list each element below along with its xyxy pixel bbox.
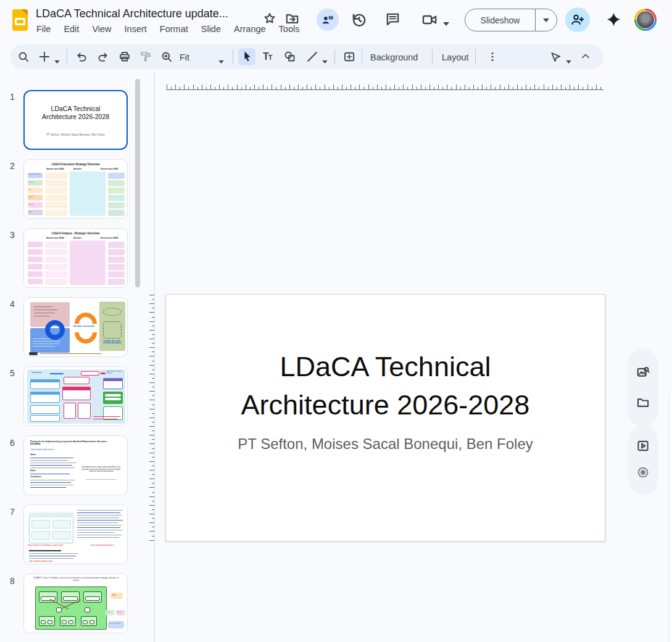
slide-title-text[interactable]: LDaCA Technical Architecture 2026-2028 — [166, 348, 605, 424]
slides-logo-icon[interactable] — [12, 9, 28, 31]
thumb3-col3: Desired state (2028) — [101, 237, 118, 239]
thumb2-col2: Activities — [73, 168, 81, 170]
logo-fold — [22, 9, 28, 15]
thumb6-contributors: Contributors — [30, 475, 41, 478]
slide-thumbnail-2[interactable]: LDaCA Execution Strategy Overview Starti… — [23, 159, 128, 219]
slide-thumbnail-5[interactable]: Preparation Archiving, Storage & Reuse — [23, 366, 128, 426]
meet-presence-button[interactable] — [317, 9, 339, 31]
comment-icon[interactable] — [385, 12, 400, 27]
slide-number: 3 — [10, 230, 20, 240]
thumb3-title: LDaCA Analyse - Strategic Overview — [24, 232, 127, 236]
thumb2-pill: guide — [28, 210, 43, 215]
print-icon[interactable] — [118, 51, 131, 63]
menu-slide[interactable]: Slide — [201, 24, 221, 34]
thumb1-subtitle: PT Sefton, Moises Sacal Bonequi, Ben Fol… — [25, 133, 127, 136]
slideshow-split-button: Slideshow — [465, 9, 557, 31]
slide-thumbnail-3[interactable]: LDaCA Analyse - Strategic Overview Start… — [23, 228, 128, 288]
document-title[interactable]: LDaCA Technical Architecture update... — [36, 7, 228, 20]
thumb6-editor: Editor — [30, 469, 36, 472]
line-tool-icon[interactable] — [306, 51, 318, 63]
undo-icon[interactable] — [75, 51, 88, 63]
meet-person-icon — [321, 14, 334, 26]
record-icon[interactable] — [636, 466, 650, 482]
menu-edit[interactable]: Edit — [64, 24, 79, 34]
slide-title-line1: LDaCA Technical — [166, 348, 605, 386]
filmstrip-scrollbar[interactable] — [135, 79, 140, 287]
slide-thumbnail-6[interactable]: Protocols for Implementing Long-term Arc… — [23, 435, 128, 495]
new-slide-icon[interactable] — [38, 51, 51, 63]
new-slide-dropdown-icon[interactable] — [54, 55, 60, 66]
line-dropdown-icon[interactable] — [322, 55, 328, 66]
thumb6-quote: A comprehensive, open and sustainable se… — [81, 466, 122, 472]
slide-thumbnail-4[interactable]: Reusable, interoperable Findable, Access… — [23, 297, 128, 357]
thumb6-title: Protocols for Implementing Long-term Arc… — [30, 440, 110, 445]
menu-arrange[interactable]: Arrange — [234, 24, 266, 34]
toolbar-divider — [233, 49, 233, 64]
thumb4-bottom-label: Findable, Accessible, Reusable data obje… — [101, 340, 124, 344]
thumb7-url2: https://w3id.org/ldac/pilars — [91, 544, 114, 546]
side-panel-top — [628, 348, 658, 427]
vertical-ruler — [149, 295, 154, 542]
menu-format[interactable]: Format — [160, 24, 188, 34]
slide-number: 2 — [10, 161, 20, 171]
menu-tools[interactable]: Tools — [279, 24, 300, 34]
background-button[interactable]: Background — [370, 52, 418, 62]
slide-subtitle-text[interactable]: PT Sefton, Moises Sacal Bonequi, Ben Fol… — [166, 435, 605, 453]
menu-insert[interactable]: Insert — [125, 24, 147, 34]
slide-number: 7 — [10, 507, 20, 517]
paint-format-icon[interactable] — [139, 51, 152, 63]
avatar-photo — [636, 10, 655, 29]
slide-title-line2: Architecture 2026-2028 — [166, 386, 605, 424]
thumb3-col1: Starting state (2024) — [46, 237, 64, 239]
thumb6-link: <http://w3id.org/ldac/pilars> — [30, 448, 55, 451]
logo-frame — [15, 18, 25, 25]
thumb1-title-line2: Architecture 2026-2028 — [25, 113, 127, 121]
slideshow-dropdown[interactable] — [536, 9, 557, 31]
slideshow-button[interactable]: Slideshow — [465, 9, 535, 31]
thumb4-mid-label: Reusable, interoperable — [73, 325, 94, 327]
menu-file[interactable]: File — [36, 24, 51, 34]
slide-thumbnail-7[interactable]: https://www.researchobject.org/ro-crate/… — [23, 504, 128, 564]
zoom-dropdown-icon[interactable] — [218, 55, 224, 66]
account-avatar[interactable] — [634, 9, 657, 31]
layout-button[interactable]: Layout — [442, 52, 469, 62]
star-icon[interactable] — [263, 12, 276, 25]
insert-comment-icon[interactable] — [343, 51, 355, 63]
window-scrollbar[interactable] — [669, 395, 672, 642]
shape-icon[interactable] — [284, 51, 296, 63]
camera-dropdown-icon[interactable] — [443, 17, 449, 28]
thumb8-pill-analyse: analyse — [116, 610, 125, 615]
thumb2-pill: conserve — [28, 180, 43, 186]
slide-thumbnail-1[interactable]: LDaCA Technical Architecture 2026-2028 P… — [23, 90, 128, 150]
pointer-mode-icon[interactable] — [550, 51, 562, 63]
pointer-dropdown-icon[interactable] — [566, 55, 571, 66]
redo-icon[interactable] — [97, 51, 109, 63]
menu-bar: File Edit View Insert Format Slide Arran… — [36, 24, 299, 34]
zoom-value[interactable]: Fit — [180, 52, 189, 62]
folder-icon[interactable] — [636, 396, 650, 409]
thumb1-title-line1: LDaCA Technical — [25, 105, 127, 113]
collapse-toolbar-icon[interactable] — [580, 51, 591, 62]
share-button[interactable] — [565, 7, 590, 32]
menu-view[interactable]: View — [92, 24, 111, 34]
slide-number: 8 — [10, 576, 20, 586]
gemini-sparkle-icon[interactable] — [605, 11, 622, 30]
meet-camera-icon[interactable] — [421, 12, 438, 28]
text-box-icon[interactable]: TT — [263, 51, 272, 62]
search-menus-icon[interactable] — [17, 51, 30, 63]
slide-thumbnail-8[interactable]: PILARS 1: Data is Portable: assets are n… — [23, 574, 128, 633]
horizontal-ruler — [167, 84, 604, 90]
thumb4-cycle-diagram — [45, 320, 65, 340]
present-preview-icon[interactable] — [636, 439, 650, 453]
thumb3-col2: Activities — [73, 237, 81, 239]
more-options-icon[interactable] — [486, 51, 499, 65]
thumb2-pill: find — [28, 187, 43, 193]
toolbar-divider — [432, 49, 433, 64]
side-panel-bottom — [628, 426, 658, 495]
slide-number: 1 — [10, 92, 20, 102]
zoom-icon[interactable] — [160, 51, 173, 63]
slide-canvas[interactable]: LDaCA Technical Architecture 2026-2028 P… — [165, 294, 605, 541]
select-cursor-icon[interactable] — [241, 50, 253, 65]
version-history-icon[interactable] — [351, 12, 367, 28]
explore-images-icon[interactable] — [636, 366, 650, 379]
